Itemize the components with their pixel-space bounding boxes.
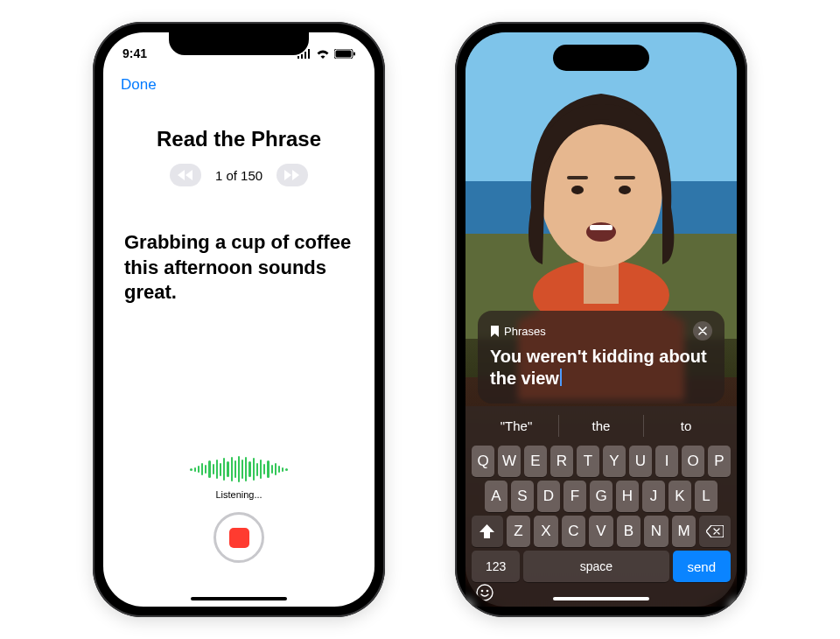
keyboard: "The" the to Q W E R T Y U I O P A S D F (466, 406, 737, 607)
done-button[interactable]: Done (103, 73, 174, 102)
key-backspace[interactable] (699, 516, 731, 547)
key-i[interactable]: I (655, 446, 678, 477)
key-t[interactable]: T (577, 446, 599, 477)
key-c[interactable]: C (562, 516, 586, 547)
key-u[interactable]: U (629, 446, 652, 477)
key-o[interactable]: O (682, 446, 704, 477)
svg-rect-2 (354, 52, 355, 55)
key-w[interactable]: W (498, 446, 521, 477)
key-l[interactable]: L (695, 481, 718, 512)
svg-rect-11 (567, 176, 588, 179)
key-q[interactable]: Q (472, 446, 494, 477)
key-r[interactable]: R (550, 446, 573, 477)
phrases-card: Phrases You weren't kidding about the vi… (478, 311, 724, 404)
key-n[interactable]: N (644, 516, 668, 547)
key-f[interactable]: F (564, 481, 586, 512)
key-row-3: Z X C V B N M (469, 514, 733, 549)
key-e[interactable]: E (524, 446, 547, 477)
page-title: Read the Phrase (103, 127, 374, 151)
key-p[interactable]: P (708, 446, 731, 477)
key-s[interactable]: S (511, 481, 534, 512)
key-y[interactable]: Y (603, 446, 626, 477)
svg-point-13 (586, 222, 616, 242)
pager-next-button[interactable] (276, 164, 308, 186)
left-content: Done Read the Phrase 1 of 150 Grabbing a… (103, 32, 374, 607)
suggestion-1[interactable]: the (559, 415, 644, 437)
listening-block: Listening... (103, 456, 374, 563)
key-numbers[interactable]: 123 (472, 551, 520, 582)
key-a[interactable]: A (485, 481, 508, 512)
svg-rect-12 (614, 176, 635, 179)
key-row-1: Q W E R T Y U I O P (469, 444, 733, 479)
svg-point-8 (540, 113, 662, 267)
key-d[interactable]: D (537, 481, 560, 512)
key-space[interactable]: space (523, 551, 668, 582)
key-h[interactable]: H (616, 481, 639, 512)
wifi-icon (316, 49, 330, 59)
shift-icon (480, 524, 494, 538)
key-v[interactable]: V (589, 516, 613, 547)
home-indicator[interactable] (191, 597, 287, 600)
key-j[interactable]: J (642, 481, 665, 512)
fastforward-icon (284, 170, 300, 180)
key-x[interactable]: X (534, 516, 558, 547)
typed-text-field[interactable]: You weren't kidding about the view (490, 346, 712, 390)
status-icons (297, 49, 355, 59)
svg-point-17 (486, 590, 489, 593)
listening-label: Listening... (215, 489, 262, 500)
phone-right: Phrases You weren't kidding about the vi… (455, 22, 747, 617)
phrase-text: Grabbing a cup of coffee this afternoon … (103, 213, 374, 305)
waveform-icon (190, 456, 287, 482)
stop-record-button[interactable] (214, 512, 264, 563)
stop-icon (229, 528, 249, 548)
dynamic-island (553, 45, 649, 71)
phone-left: 9:41 Done Read the Phrase 1 of 150 Grabb… (93, 22, 385, 617)
key-k[interactable]: K (668, 481, 691, 512)
svg-point-10 (619, 186, 631, 194)
svg-point-16 (481, 590, 484, 593)
pager: 1 of 150 (103, 164, 374, 186)
emoji-button[interactable] (476, 584, 494, 601)
screen-left: 9:41 Done Read the Phrase 1 of 150 Grabb… (103, 32, 374, 607)
svg-point-15 (477, 585, 493, 600)
suggestion-2[interactable]: to (644, 415, 728, 437)
screen-right: Phrases You weren't kidding about the vi… (466, 32, 737, 607)
status-time: 9:41 (122, 46, 147, 60)
key-shift[interactable] (472, 516, 503, 547)
bookmark-icon (490, 326, 500, 337)
close-icon (698, 327, 707, 335)
key-m[interactable]: M (672, 516, 696, 547)
key-row-4: 123 space send (469, 549, 733, 584)
svg-rect-7 (584, 251, 619, 304)
emoji-icon (476, 584, 494, 601)
key-b[interactable]: B (617, 516, 641, 547)
battery-icon (334, 49, 355, 59)
svg-rect-1 (336, 50, 352, 57)
key-z[interactable]: Z (507, 516, 531, 547)
key-row-2: A S D F G H J K L (469, 479, 733, 514)
phrases-chip-label: Phrases (504, 325, 546, 338)
pager-prev-button[interactable] (170, 164, 201, 186)
backspace-icon (706, 525, 724, 537)
suggestion-bar: "The" the to (469, 410, 733, 444)
key-send[interactable]: send (673, 551, 731, 582)
rewind-icon (178, 170, 193, 180)
text-cursor (560, 369, 562, 386)
notch (169, 32, 309, 55)
suggestion-0[interactable]: "The" (474, 415, 559, 437)
pager-text: 1 of 150 (215, 168, 262, 183)
typed-text-value: You weren't kidding about the view (490, 347, 707, 388)
key-g[interactable]: G (590, 481, 612, 512)
svg-rect-4 (466, 181, 737, 234)
svg-point-9 (571, 186, 584, 194)
close-button[interactable] (693, 321, 712, 341)
svg-rect-14 (590, 225, 612, 230)
phrases-chip-button[interactable]: Phrases (490, 325, 546, 338)
home-indicator[interactable] (553, 597, 649, 600)
